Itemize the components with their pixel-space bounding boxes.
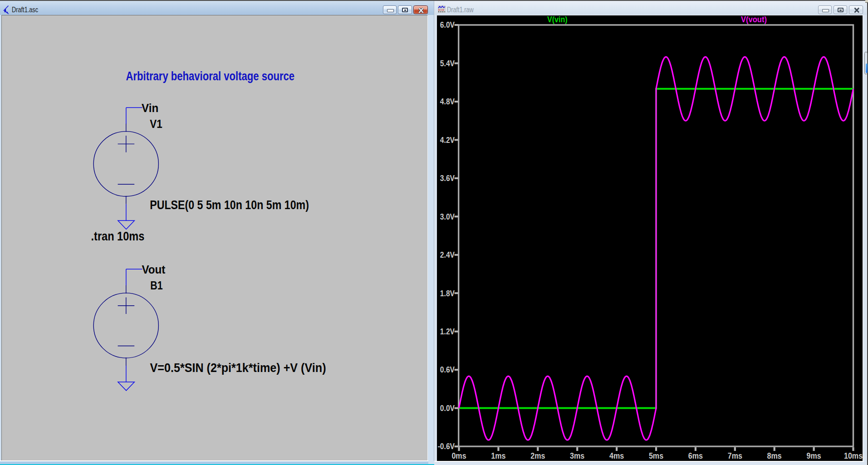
svg-text:Vout: Vout	[142, 263, 165, 276]
svg-text:V(vin): V(vin)	[547, 15, 568, 24]
svg-text:6.0V: 6.0V	[440, 20, 455, 30]
svg-text:.tran 10ms: .tran 10ms	[91, 229, 145, 243]
svg-text:2.4V: 2.4V	[440, 250, 455, 260]
svg-text:2ms: 2ms	[530, 451, 545, 460]
svg-text:1.2V: 1.2V	[440, 327, 455, 337]
svg-text:V=0.5*SIN (2*pi*1k*time) +V (V: V=0.5*SIN (2*pi*1k*time) +V (Vin)	[150, 361, 326, 375]
svg-text:8ms: 8ms	[767, 451, 782, 460]
svg-text:4.8V: 4.8V	[440, 97, 455, 107]
svg-text:3ms: 3ms	[570, 451, 584, 460]
svg-text:B1: B1	[150, 279, 162, 292]
svg-text:9ms: 9ms	[807, 451, 821, 460]
svg-text:V1: V1	[150, 117, 162, 130]
svg-text:0.0V: 0.0V	[440, 404, 455, 413]
svg-text:V(vout): V(vout)	[741, 15, 767, 24]
svg-text:10ms: 10ms	[844, 451, 863, 460]
svg-text:1ms: 1ms	[491, 451, 505, 460]
svg-text:0ms: 0ms	[451, 451, 466, 460]
svg-text:3.6V: 3.6V	[440, 174, 455, 183]
svg-text:7ms: 7ms	[728, 451, 742, 460]
svg-text:5.4V: 5.4V	[440, 59, 455, 69]
svg-text:4.2V: 4.2V	[440, 135, 455, 145]
svg-text:1.8V: 1.8V	[440, 289, 455, 298]
svg-text:4ms: 4ms	[609, 451, 624, 460]
svg-text:0.6V: 0.6V	[440, 365, 455, 375]
svg-text:PULSE(0 5 5m 10n 10n 5m 10m): PULSE(0 5 5m 10n 10n 5m 10m)	[150, 198, 309, 211]
svg-text:5ms: 5ms	[649, 451, 663, 460]
svg-text:3.0V: 3.0V	[440, 212, 455, 221]
svg-text:Vin: Vin	[142, 102, 158, 115]
svg-text:6ms: 6ms	[688, 451, 703, 460]
svg-text:Arbitrary behavioral voltage s: Arbitrary behavioral voltage source	[126, 69, 295, 83]
svg-text:-0.6V: -0.6V	[438, 442, 455, 451]
